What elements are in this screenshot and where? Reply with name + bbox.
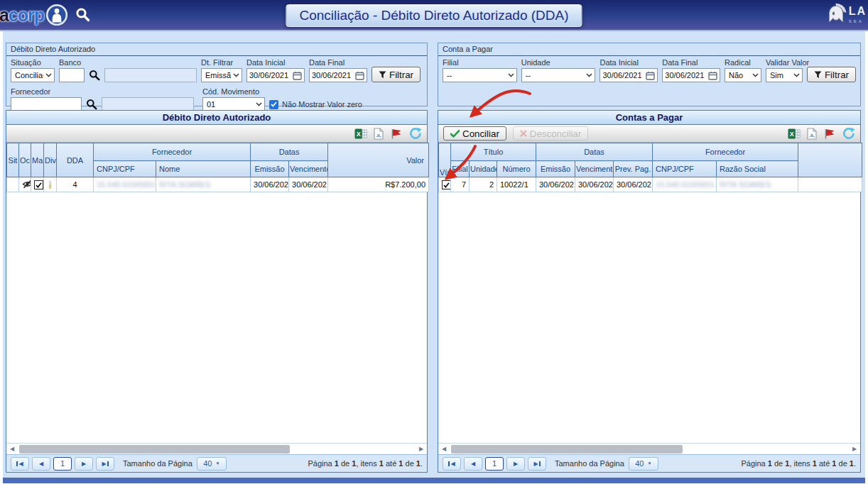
div-cell: ! xyxy=(44,177,57,192)
dda-table-row[interactable]: ! 4 15.540.510/0001-17 RITA SOARES 30/06… xyxy=(7,177,429,192)
valor-cell: R$7.200,00 xyxy=(328,177,429,192)
fornecedor-input[interactable] xyxy=(11,97,82,111)
spartan-helmet-icon xyxy=(823,3,849,30)
group-header-titulo: Título xyxy=(451,143,536,161)
svg-text:.a,: .a, xyxy=(376,132,381,138)
radical-select[interactable]: Não xyxy=(725,68,761,82)
conciliar-button[interactable]: Conciliar xyxy=(443,126,506,141)
cap-table-row[interactable]: 7 2 10022/1 30/06/2021 30/06/2021 30/06/… xyxy=(439,177,862,192)
dda-grid-toolbar: X .a, xyxy=(6,125,427,143)
current-page-button[interactable]: 1 xyxy=(485,457,504,471)
desconciliar-button: Desconciliar xyxy=(513,126,589,141)
nao-mostrar-valor-zero-checkbox[interactable] xyxy=(269,100,278,109)
chevron-down-icon xyxy=(793,73,800,77)
group-header-fornecedor: Fornecedor xyxy=(653,143,798,161)
current-page-button[interactable]: 1 xyxy=(53,457,72,471)
scroll-left-arrow[interactable]: ◀ xyxy=(438,444,450,454)
fornecedor-label: Fornecedor xyxy=(11,87,82,96)
dda-filtrar-button[interactable]: Filtrar xyxy=(371,67,421,82)
last-page-button[interactable]: ▶ xyxy=(96,457,114,471)
dda-data-inicial-input[interactable]: 30/06/2021 xyxy=(246,68,305,82)
vencimento-cell: 30/06/2021 xyxy=(289,177,328,192)
check-icon xyxy=(443,182,450,188)
group-header-datas: Datas xyxy=(536,143,653,161)
prev-pag-cell: 30/06/2021 xyxy=(614,177,653,192)
scroll-right-arrow[interactable]: ▶ xyxy=(849,444,860,454)
top-header-bar: vacorp Conciliação - Débito Direto Autor… xyxy=(0,0,868,31)
chevron-down-icon xyxy=(752,73,759,77)
flag-icon[interactable] xyxy=(390,128,402,140)
dda-data-final-input[interactable]: 30/06/2021 xyxy=(309,68,367,82)
col-header-sit: Sit xyxy=(7,143,19,177)
situacao-select[interactable]: Conciliado xyxy=(11,68,55,82)
filler-cell xyxy=(798,177,862,192)
nome-cell: RITA SOARES xyxy=(156,177,251,192)
global-search-icon[interactable] xyxy=(75,7,90,23)
cap-filtrar-button[interactable]: Filtrar xyxy=(807,67,856,82)
cnpj-cell: 15.540.510/0001-17 xyxy=(653,177,717,192)
funnel-icon xyxy=(814,71,822,79)
flag-icon[interactable] xyxy=(823,128,835,140)
svg-text:X: X xyxy=(790,131,794,138)
col-header-prev-pag: Prev. Pag. xyxy=(614,161,653,177)
first-page-button[interactable]: ◀ xyxy=(11,457,29,471)
refresh-icon[interactable] xyxy=(842,127,855,140)
calendar-icon[interactable] xyxy=(708,71,717,80)
export-excel-icon[interactable]: X xyxy=(354,128,367,140)
fornecedor-name-readonly xyxy=(102,97,194,111)
cap-data-inicial-input[interactable]: 30/06/2021 xyxy=(600,68,658,82)
unidade-cell: 2 xyxy=(470,177,497,192)
pagination-status: Página 1 de 1, itens 1 até 1 de 1. xyxy=(308,459,423,468)
cap-data-final-input[interactable]: 30/06/2021 xyxy=(662,68,720,82)
dt-filtrar-select[interactable]: Emissão xyxy=(201,68,242,82)
scroll-left-arrow[interactable]: ◀ xyxy=(6,444,18,454)
cap-horizontal-scrollbar[interactable]: ◀ ▶ xyxy=(438,443,860,454)
filial-select[interactable]: -- xyxy=(443,68,517,82)
dda-horizontal-scrollbar[interactable]: ◀ ▶ xyxy=(6,443,427,454)
prev-page-button[interactable]: ◀ xyxy=(32,457,50,471)
vinculo-checkbox[interactable] xyxy=(442,180,451,189)
unidade-label: Unidade xyxy=(521,58,596,67)
export-text-icon[interactable]: .a, xyxy=(374,128,384,140)
next-page-button[interactable]: ▶ xyxy=(75,457,93,471)
refresh-icon[interactable] xyxy=(408,127,422,140)
col-header-oc: Oc xyxy=(19,143,31,177)
dda-data-final-label: Data Final xyxy=(309,58,367,67)
filler-header xyxy=(798,143,862,177)
page-size-select[interactable]: 40▼ xyxy=(629,457,658,471)
cap-panel: Conta a Pagar Filial -- Unidade -- xyxy=(438,43,861,473)
dt-filtrar-label: Dt. Filtrar xyxy=(201,58,242,67)
page-size-select[interactable]: 40▼ xyxy=(197,457,227,471)
banco-name-readonly xyxy=(104,68,197,82)
col-header-emissao: Emissão xyxy=(251,161,289,177)
dda-grid: Débito Direto Autorizado X .a, xyxy=(6,110,428,473)
calendar-icon[interactable] xyxy=(355,71,364,80)
cod-movimento-select[interactable]: 01 xyxy=(202,97,265,111)
col-header-razao: Razão Social xyxy=(717,161,798,177)
calendar-icon[interactable] xyxy=(646,71,655,80)
validar-valor-select[interactable]: Sim xyxy=(766,68,803,82)
group-header-datas: Datas xyxy=(251,143,328,161)
scrollbar-thumb[interactable] xyxy=(19,445,290,453)
scrollbar-thumb[interactable] xyxy=(451,445,683,453)
app-logo-text-blue: corp xyxy=(9,5,44,26)
scroll-right-arrow[interactable]: ▶ xyxy=(416,444,427,454)
export-text-icon[interactable]: .a, xyxy=(807,128,817,140)
prev-page-button[interactable]: ◀ xyxy=(464,457,482,471)
export-excel-icon[interactable]: X xyxy=(788,128,801,140)
oc-cell xyxy=(19,177,31,192)
banco-input[interactable] xyxy=(59,68,85,82)
banco-search-icon[interactable] xyxy=(89,70,100,82)
marcado-checkbox[interactable] xyxy=(34,180,43,189)
filial-label: Filial xyxy=(443,58,517,67)
col-header-emissao: Emissão xyxy=(536,161,575,177)
chevron-down-icon xyxy=(508,73,514,77)
check-icon xyxy=(271,101,277,107)
unidade-select[interactable]: -- xyxy=(521,68,596,82)
next-page-button[interactable]: ▶ xyxy=(506,457,525,471)
last-page-button[interactable]: ▶ xyxy=(528,457,546,471)
nao-mostrar-valor-zero-label: Não Mostrar Valor zero xyxy=(282,100,362,109)
first-page-button[interactable]: ◀ xyxy=(443,457,461,471)
col-header-div: Div xyxy=(44,143,57,177)
calendar-icon[interactable] xyxy=(293,71,302,80)
